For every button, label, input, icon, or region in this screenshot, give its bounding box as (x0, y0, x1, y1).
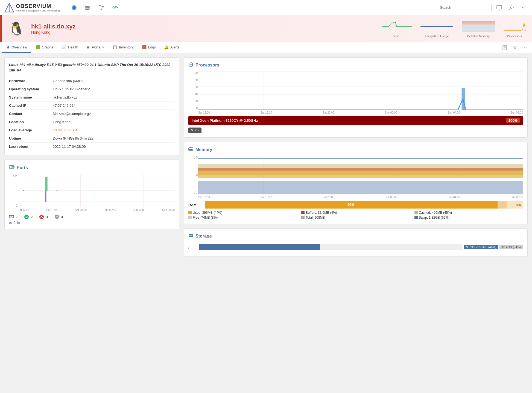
svg-rect-15 (497, 5, 502, 9)
legend-free-label: Free: 74MB (8%) (193, 216, 218, 219)
banner-traffic[interactable]: Traffic (379, 20, 412, 38)
svg-point-107 (191, 235, 192, 236)
detail-reboot-label: Last reboot (9, 145, 53, 149)
graphs-icon: 🟩 (36, 45, 40, 49)
storage-title: Storage (188, 233, 523, 239)
tabs-right (500, 43, 530, 52)
logs-icon: 🟫 (142, 45, 147, 49)
tab-inventory[interactable]: 📋 Inventory (109, 42, 137, 53)
memory-mini-graph (462, 20, 495, 33)
ports-y-max: 8 M (9, 174, 17, 177)
port-stat-total: 2 (9, 214, 17, 219)
banner-processors[interactable]: Processors (504, 20, 525, 38)
alerts-icon: 🔔 (164, 45, 169, 49)
banner-filesystem[interactable]: Filesystem Usage (420, 20, 453, 38)
dashboard-icon (71, 5, 77, 11)
svg-rect-105 (198, 168, 523, 171)
cpu-multiplier-label: x 2 (195, 128, 199, 132)
tab-ports[interactable]: 🖥 Ports (83, 42, 108, 53)
mem-x-0: Sat 12:00 (198, 196, 210, 199)
tab-health[interactable]: 📈 Health (58, 42, 82, 53)
gear-icon (508, 5, 514, 10)
svg-line-14 (101, 7, 103, 9)
tab-more-btn[interactable] (521, 43, 530, 52)
tab-graphs[interactable]: 🟩 Graphs (32, 42, 57, 53)
detail-ip-label: Cached IP (9, 103, 53, 108)
svg-rect-89 (191, 149, 192, 150)
monitor-icon-btn[interactable] (495, 3, 504, 12)
right-column: Processors 100 80 60 40 20 0 (184, 57, 528, 256)
memory-chart-svg (198, 156, 523, 194)
device-details-card: Linux hk1-ali.s.tlo.xyz 5.15.0-53-generi… (4, 57, 179, 155)
port-stat-disabled: 0 (54, 214, 63, 219)
detail-hardware-value: Generic x86 [64bit] (53, 79, 83, 83)
svg-point-9 (89, 9, 90, 10)
detail-contact-label: Contact (9, 112, 53, 116)
times-icon (191, 129, 194, 132)
ram-bar-red (498, 201, 507, 209)
health-icon: 📈 (62, 45, 66, 49)
device-description: Linux hk1-ali.s.tlo.xyz 5.15.0-53-generi… (9, 62, 175, 73)
ram-bar-container: 92% 8% (205, 201, 523, 209)
storage-icon (188, 233, 193, 239)
device-hostname[interactable]: hk1-ali.s.tlo.xyz (31, 23, 76, 30)
tab-settings-btn[interactable] (511, 43, 519, 52)
tab-overview[interactable]: 🖥 Overview (2, 42, 31, 53)
storage-hdd-icon (188, 233, 193, 238)
svg-point-18 (510, 7, 512, 8)
search-input[interactable] (437, 4, 492, 11)
detail-location: Location Hong Kong (9, 118, 175, 126)
ports-x-labels: Sat 12:00 Sat 16:00 Sat 20:00 Sun 00:00 … (18, 209, 175, 212)
monitor-icon (496, 5, 502, 10)
svg-point-47 (23, 190, 24, 191)
svg-rect-46 (45, 177, 47, 191)
storage-card: Storage / 9.02GB/19.5GB (46%) 10.4GB (54… (184, 229, 528, 256)
nav-network-btn[interactable] (97, 3, 106, 12)
processors-icon (188, 62, 193, 68)
tab-alerts[interactable]: 🔔 Alerts (160, 42, 183, 53)
memory-y-axis: 1 G 0 -1 G (188, 156, 198, 194)
port-disabled-icon (54, 214, 59, 219)
memory-label: Detailed Memory (467, 34, 490, 38)
tab-notes-btn[interactable] (500, 43, 509, 52)
proc-x-2: Sat 20:00 (323, 111, 334, 114)
tab-alerts-label: Alerts (170, 45, 179, 49)
ports-section: Ports 8 M 0 (4, 160, 179, 229)
ram-bar-used: 92% (205, 201, 498, 209)
detail-hardware: Hardware Generic x86 [64bit] (9, 77, 175, 85)
traffic-mini-graph (379, 20, 412, 33)
processors-y-axis: 100 80 60 40 20 0 (188, 71, 198, 110)
svg-rect-88 (190, 149, 191, 150)
detail-reboot: Last reboot 2022-11-17 04:38:09 (9, 142, 175, 151)
nav-activity-btn[interactable] (111, 3, 119, 12)
banner-memory[interactable]: Detailed Memory (462, 20, 495, 38)
nav-icons (70, 3, 119, 12)
settings-btn[interactable] (507, 3, 516, 12)
detail-ip: Cached IP 47.57.242.224 (9, 101, 175, 109)
proc-y-20: 20 (188, 100, 198, 103)
legend-buffers-label: Buffers: 31.9MB (4%) (306, 211, 337, 215)
nav-server-btn[interactable] (83, 3, 92, 12)
proc-x-4: Sun 04:00 (448, 111, 460, 114)
top-nav-right (437, 3, 528, 12)
detail-load-value: 13.03, 6.08, 2.4 (53, 128, 77, 132)
tab-logs[interactable]: 🟫 Logs (138, 42, 160, 53)
svg-rect-104 (198, 170, 523, 178)
mem-x-4: Sun 04:00 (448, 196, 460, 199)
nav-dashboard-btn[interactable] (70, 3, 78, 12)
port-x-1: Sat 16:00 (46, 209, 58, 212)
inventory-icon: 📋 (113, 45, 117, 49)
svg-rect-90 (192, 149, 193, 150)
svg-point-48 (56, 190, 57, 191)
detail-sysname-label: System name (9, 95, 53, 99)
ports-stats-row: 2 2 0 (9, 214, 175, 219)
dropdown-btn[interactable] (519, 3, 528, 12)
logo-sub: network management and monitoring (16, 9, 60, 12)
cpu-multiplier-row: x 2 (188, 126, 523, 133)
svg-rect-11 (102, 6, 104, 7)
port-up-count: 2 (31, 215, 33, 219)
detail-hardware-label: Hardware (9, 79, 53, 83)
cpu-icon (188, 62, 193, 67)
proc-y-0: 0 (188, 107, 198, 110)
svg-point-7 (89, 6, 90, 7)
